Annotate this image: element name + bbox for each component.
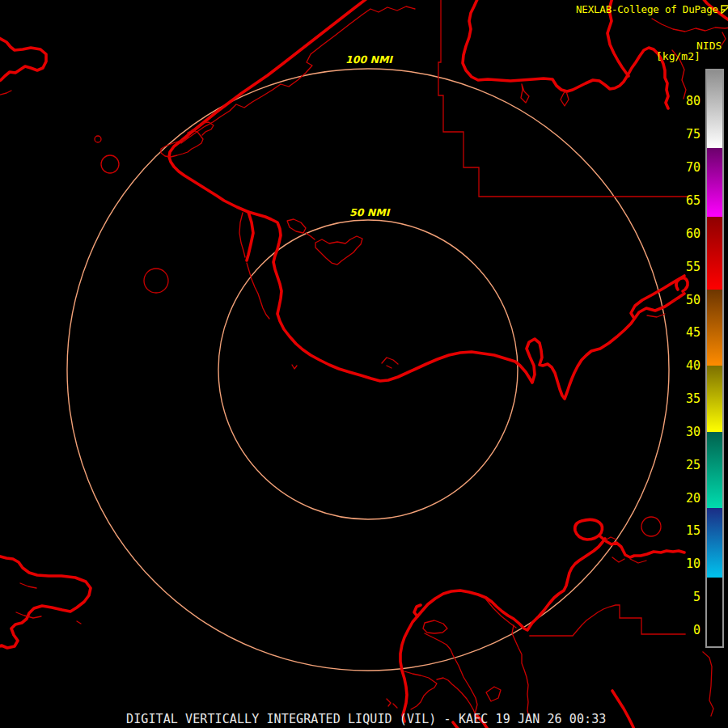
scale-tick-label: 15 (686, 523, 700, 538)
boundary-southeast (530, 605, 685, 636)
map-outlines-thick (0, 0, 728, 728)
center-mark (292, 365, 297, 369)
lagoon-trail (247, 263, 269, 319)
river-spur (247, 212, 253, 260)
map-outlines-thin (0, 6, 728, 722)
estuary-detail-2 (425, 633, 477, 722)
scale-tick-label: 55 (686, 260, 700, 274)
small-lake-ring-4 (641, 517, 661, 536)
radar-map (0, 0, 728, 728)
scale-tick-label: 50 (686, 293, 700, 307)
estuary-outline (400, 539, 605, 722)
estuary-detail-6 (387, 687, 501, 708)
scale-tick-label: 25 (686, 458, 700, 472)
boundary-northeast (438, 0, 689, 197)
small-lake-ring-2 (101, 155, 119, 173)
lake-thin-details (605, 537, 646, 563)
range-ring-label-50nmi: 50 NMI (347, 206, 392, 218)
river-thin-west (239, 213, 245, 257)
inlet-loop-1 (521, 84, 529, 103)
estuary-detail-5 (512, 625, 529, 717)
scale-tick-label: 0 (693, 623, 700, 637)
scale-tick-label: 10 (686, 557, 700, 571)
estuary-detail-3 (404, 671, 437, 709)
coastline-bottom-right (612, 691, 635, 728)
scale-tick-label: 30 (686, 425, 700, 439)
scale-tick-label: 5 (693, 590, 700, 604)
estuary-inner-left (485, 599, 516, 628)
range-ring-label-100nmi: 100 NMI (343, 53, 395, 66)
scale-tick-label: 70 (686, 160, 700, 175)
cod-flag-icon (721, 5, 728, 15)
range-ring-100nmi (67, 69, 669, 671)
estuary-detail-4 (437, 678, 476, 715)
scale-tick-label: 20 (686, 491, 700, 506)
color-scale-bar (705, 69, 724, 648)
scale-tick-label: 80 (686, 94, 700, 108)
coastline-east (600, 536, 684, 557)
lake-outline (575, 519, 603, 540)
political-boundaries (438, 0, 713, 716)
coastline-northwest (169, 0, 684, 399)
header-brand: NEXLAB-College of DuPage (576, 3, 728, 15)
scale-tick-label: 45 (686, 325, 700, 340)
scale-tick-label: 40 (686, 358, 700, 373)
brand-text: NEXLAB-College of DuPage (576, 3, 718, 15)
radar-display: NEXLAB-College of DuPage NIDS [kg/m2] 05… (0, 0, 728, 728)
scale-tick-label: 75 (686, 127, 700, 142)
island-tl-tail (0, 91, 11, 95)
scale-tick-label: 60 (686, 226, 700, 241)
scale-units: [kg/m2] (656, 50, 700, 62)
small-lake-ring-1 (95, 136, 101, 142)
boundary-right-edge (703, 652, 713, 716)
range-ring-50nmi (218, 220, 518, 519)
island-top-left (0, 37, 46, 82)
scale-tick-label: 35 (686, 392, 700, 406)
river-curl-east (676, 278, 688, 291)
product-caption: DIGITAL VERTICALLY INTEGRATED LIQUID (VI… (126, 712, 607, 726)
coast-detail-center (382, 358, 398, 368)
barrier-island-nw (181, 6, 415, 143)
lagoon-outline-1 (161, 130, 203, 157)
range-rings (67, 69, 669, 671)
inlet-loop-2 (561, 91, 569, 106)
island-large-mid (315, 236, 362, 265)
scale-tick-label: 65 (686, 193, 700, 208)
small-lake-ring-3 (144, 269, 168, 293)
island-southwest (0, 556, 91, 648)
estuary-detail-1 (423, 620, 447, 633)
